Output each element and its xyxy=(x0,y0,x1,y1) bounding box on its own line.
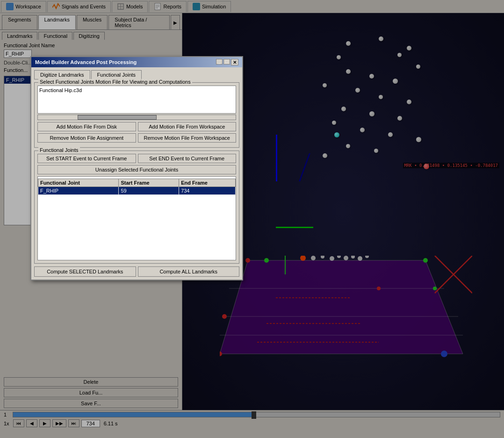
modal-maximize-btn[interactable]: □ xyxy=(223,59,230,65)
modal-titlebar: Model Builder Advanced Post Processing _… xyxy=(31,57,242,67)
remove-assignment-btn[interactable]: Remove Motion File Assignment xyxy=(37,133,136,143)
functional-joints-group: Functional Joints Set START Event to Cur… xyxy=(34,151,239,264)
fj-table-container: Functional Joint Start Frame End Frame xyxy=(37,176,236,260)
modal-dialog: Model Builder Advanced Post Processing _… xyxy=(30,56,243,280)
h-scrollbar[interactable] xyxy=(37,115,236,120)
modal-tabs: Digitize Landmarks Functional Joints xyxy=(34,70,239,79)
fj-table-body: F_RHIP 59 734 xyxy=(38,187,236,195)
add-from-workspace-btn[interactable]: Add Motion File From Workspace xyxy=(138,122,237,131)
fj-btn-row1: Set START Event to Current Frame Set END… xyxy=(37,154,236,163)
compute-all-label: Compute ALL Landmarks xyxy=(159,269,217,274)
modal-body: Digitize Landmarks Functional Joints Sel… xyxy=(31,67,242,280)
compute-buttons-row: Compute SELECTED Landmarks Compute ALL L… xyxy=(34,266,239,277)
compute-all-btn[interactable]: Compute ALL Landmarks xyxy=(138,266,240,277)
modal-overlay: Model Builder Advanced Post Processing _… xyxy=(0,0,504,438)
modal-close-btn[interactable]: ✕ xyxy=(231,59,238,65)
add-from-workspace-label: Add Motion File From Workspace xyxy=(149,124,225,129)
fj-group-label: Functional Joints xyxy=(38,147,80,153)
th-end-label: End Frame xyxy=(181,180,208,186)
modal-title: Model Builder Advanced Post Processing xyxy=(35,59,137,65)
fj-table-head: Functional Joint Start Frame End Frame xyxy=(38,179,236,187)
motion-file-group: Select Functional Joints Motion File for… xyxy=(34,82,239,148)
motion-group-label: Select Functional Joints Motion File for… xyxy=(38,79,192,85)
set-start-btn[interactable]: Set START Event to Current Frame xyxy=(37,154,136,163)
compute-selected-label: Compute SELECTED Landmarks xyxy=(47,269,123,274)
motion-btn-row1: Add Motion File From Disk Add Motion Fil… xyxy=(37,122,236,131)
file-item-hip-label: Functional Hip.c3d xyxy=(39,87,82,93)
fj-table-header-row: Functional Joint Start Frame End Frame xyxy=(38,179,236,187)
scroll-thumb[interactable] xyxy=(78,115,157,120)
remove-from-workspace-label: Remove Motion File From Workspace xyxy=(144,135,230,141)
file-item-hip[interactable]: Functional Hip.c3d xyxy=(39,87,235,93)
modal-tab-functional[interactable]: Functional Joints xyxy=(91,70,142,79)
compute-selected-btn[interactable]: Compute SELECTED Landmarks xyxy=(34,266,136,277)
set-end-label: Set END Event to Current Frame xyxy=(149,156,224,161)
modal-tab-digitize-label: Digitize Landmarks xyxy=(40,72,84,78)
add-from-disk-label: Add Motion File From Disk xyxy=(56,124,117,129)
modal-minimize-btn[interactable]: _ xyxy=(216,59,223,65)
fj-table: Functional Joint Start Frame End Frame xyxy=(38,179,236,195)
th-end: End Frame xyxy=(179,179,236,187)
add-from-disk-btn[interactable]: Add Motion File From Disk xyxy=(37,122,136,131)
td-start-value: 59 xyxy=(121,188,126,194)
th-joint: Functional Joint xyxy=(38,179,119,187)
table-row-frhip[interactable]: F_RHIP 59 734 xyxy=(38,187,236,195)
td-end: 734 xyxy=(179,187,236,195)
td-joint-value: F_RHIP xyxy=(40,188,58,194)
modal-tab-digitize[interactable]: Digitize Landmarks xyxy=(34,70,90,79)
th-joint-label: Functional Joint xyxy=(40,180,80,186)
td-start: 59 xyxy=(119,187,179,195)
set-start-label: Set START Event to Current Frame xyxy=(46,156,127,161)
unassign-label: Unassign Selected Functional Joints xyxy=(95,167,178,172)
remove-assignment-label: Remove Motion File Assignment xyxy=(50,135,123,141)
remove-from-workspace-btn[interactable]: Remove Motion File From Workspace xyxy=(138,133,237,143)
file-list[interactable]: Functional Hip.c3d xyxy=(37,86,236,114)
modal-tab-functional-label: Functional Joints xyxy=(97,72,136,78)
td-joint: F_RHIP xyxy=(38,187,119,195)
th-start-label: Start Frame xyxy=(121,180,149,186)
unassign-btn[interactable]: Unassign Selected Functional Joints xyxy=(37,165,236,174)
motion-btn-row2: Remove Motion File Assignment Remove Mot… xyxy=(37,133,236,143)
td-end-value: 734 xyxy=(181,188,189,194)
th-start: Start Frame xyxy=(119,179,179,187)
set-end-btn[interactable]: Set END Event to Current Frame xyxy=(138,154,237,163)
